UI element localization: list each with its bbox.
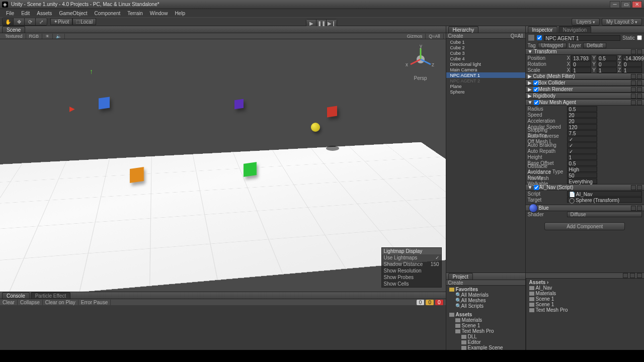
hierarchy-item[interactable]: Plane: [446, 83, 525, 89]
console-collapse[interactable]: Collapse: [18, 300, 43, 305]
nav-field[interactable]: 20: [567, 112, 597, 118]
hierarchy-item[interactable]: NPC AGENT 2: [446, 78, 525, 83]
render-mode[interactable]: RGB: [26, 34, 43, 39]
layer-dropdown[interactable]: Default: [583, 43, 606, 48]
pos-z[interactable]: -14.30997: [622, 55, 642, 61]
scl-x[interactable]: 1: [571, 67, 591, 73]
help-icon[interactable]: [631, 49, 636, 54]
info-badge[interactable]: 0: [417, 300, 425, 305]
nav-field[interactable]: ✓: [567, 148, 597, 154]
console-clearplay[interactable]: Clear on Play: [43, 300, 78, 305]
target-field[interactable]: ◯ Sphere (Transform): [567, 197, 642, 203]
nav-field[interactable]: 7.5: [567, 130, 597, 136]
scene-view[interactable]: ↑ ▶ xyz Persp Lightmap Display Use Light…: [0, 39, 446, 292]
audio-toggle-icon[interactable]: 🔈: [53, 34, 65, 39]
scale-tool[interactable]: ⤢: [36, 18, 47, 25]
hierarchy-item[interactable]: Cube 4: [446, 56, 525, 61]
gizmos-dropdown[interactable]: Gizmos: [404, 34, 426, 39]
nav-field[interactable]: 120: [567, 124, 597, 130]
shader-dropdown[interactable]: Diffuse: [567, 212, 642, 217]
minimize-button[interactable]: ─: [610, 1, 620, 8]
scene-cube-green[interactable]: [244, 162, 257, 177]
scl-y[interactable]: 1: [597, 67, 617, 73]
material-header[interactable]: Blue: [526, 205, 644, 211]
nav-field[interactable]: 0.5: [567, 106, 597, 112]
layout-dropdown[interactable]: My Layout 3 ▾: [602, 18, 642, 26]
console-errorpause[interactable]: Error Pause: [78, 300, 111, 305]
scene-sphere[interactable]: [311, 123, 320, 132]
menu-window[interactable]: Window: [147, 11, 171, 16]
nav-field[interactable]: 20: [567, 118, 597, 124]
persp-label[interactable]: Persp: [406, 75, 436, 81]
tag-dropdown[interactable]: Untagged: [538, 43, 567, 48]
inspector-tab[interactable]: Inspector: [528, 26, 557, 33]
add-component-button[interactable]: Add Component: [544, 222, 625, 230]
active-checkbox[interactable]: [537, 35, 542, 40]
maximize-button[interactable]: ▭: [621, 1, 631, 8]
menu-edit[interactable]: Edit: [18, 11, 33, 16]
scene-cube-purple[interactable]: [234, 99, 244, 110]
menu-assets[interactable]: Assets: [34, 11, 55, 16]
pivot-toggle[interactable]: ✦ Pivot: [50, 18, 72, 25]
move-gizmo-icon[interactable]: ↑: [90, 67, 93, 75]
menu-help[interactable]: Help: [172, 11, 188, 16]
scene-cube-orange[interactable]: [130, 167, 144, 183]
hand-tool[interactable]: ✋: [3, 18, 14, 25]
hierarchy-item[interactable]: Cube 1: [446, 39, 525, 45]
nav-field[interactable]: 50: [567, 172, 597, 178]
local-toggle[interactable]: ⬚ Local: [72, 18, 96, 25]
object-name-field[interactable]: NPC AGENT 1: [544, 35, 620, 41]
rot-y[interactable]: 0: [597, 61, 617, 67]
script-header[interactable]: ▼AI_Nav (Script): [526, 184, 644, 191]
menu-file[interactable]: File: [3, 11, 17, 16]
console-clear[interactable]: Clear: [0, 300, 18, 305]
mesh-renderer-header[interactable]: ▶Mesh Renderer: [526, 86, 644, 93]
light-toggle-icon[interactable]: ☀: [42, 34, 53, 39]
view-icon[interactable]: [637, 273, 642, 278]
hierarchy-create[interactable]: Create: [448, 33, 463, 39]
rigidbody-header[interactable]: ▶Rigidbody: [526, 93, 644, 99]
pos-y[interactable]: 0.5: [597, 55, 617, 61]
rot-z[interactable]: 0: [622, 61, 642, 67]
hierarchy-search[interactable]: Q=All: [511, 33, 523, 39]
menu-component[interactable]: Component: [92, 11, 124, 16]
script-field[interactable]: 📄 AI_Nav: [567, 191, 642, 197]
hierarchy-item[interactable]: Cube 3: [446, 50, 525, 56]
scl-z[interactable]: 1: [622, 67, 642, 73]
layers-dropdown[interactable]: Layers ▾: [572, 18, 600, 26]
nav-field[interactable]: ✓: [567, 142, 597, 148]
hierarchy-item[interactable]: Cube 2: [446, 45, 525, 50]
rot-x[interactable]: 0: [571, 61, 591, 67]
nav-field[interactable]: ✓: [567, 136, 597, 142]
pause-button[interactable]: ❚❚: [316, 20, 327, 27]
hierarchy-tab[interactable]: Hierarchy: [448, 26, 479, 33]
hierarchy-item[interactable]: Sphere: [446, 89, 525, 95]
error-badge[interactable]: 0: [435, 300, 444, 305]
search-all[interactable]: Q=All: [426, 34, 443, 39]
nav-field[interactable]: 0.5: [567, 160, 597, 166]
nav-field[interactable]: High Quality: [567, 166, 597, 172]
menu-terrain[interactable]: Terrain: [124, 11, 146, 16]
menu-gameobject[interactable]: GameObject: [56, 11, 90, 16]
step-button[interactable]: ▶❙: [327, 20, 337, 27]
view-icon[interactable]: [630, 273, 635, 278]
project-create[interactable]: Create: [448, 280, 463, 286]
transform-header[interactable]: ▼Transform: [526, 48, 644, 55]
play-button[interactable]: ▶: [306, 20, 316, 27]
scene-npc-agent[interactable]: [99, 97, 110, 109]
hierarchy-item[interactable]: Directional light: [446, 61, 525, 67]
view-icon[interactable]: [623, 273, 628, 278]
scene-tab[interactable]: Scene: [2, 26, 25, 33]
hierarchy-item[interactable]: Main Camera: [446, 67, 525, 72]
warn-badge[interactable]: 0: [426, 300, 434, 305]
pos-x[interactable]: 13.793: [571, 55, 591, 61]
navmesh-agent-header[interactable]: ▼Nav Mesh Agent: [526, 99, 644, 106]
nav-field[interactable]: Everything: [567, 178, 597, 184]
project-tab[interactable]: Project: [448, 273, 473, 280]
console-tab[interactable]: Console: [2, 292, 30, 299]
nav-field[interactable]: 1: [567, 154, 597, 160]
close-button[interactable]: ✕: [632, 1, 642, 8]
scene-cube-red[interactable]: [327, 106, 337, 118]
box-collider-header[interactable]: ▶Box Collider: [526, 79, 644, 86]
rotate-tool[interactable]: ⟳: [25, 18, 36, 25]
